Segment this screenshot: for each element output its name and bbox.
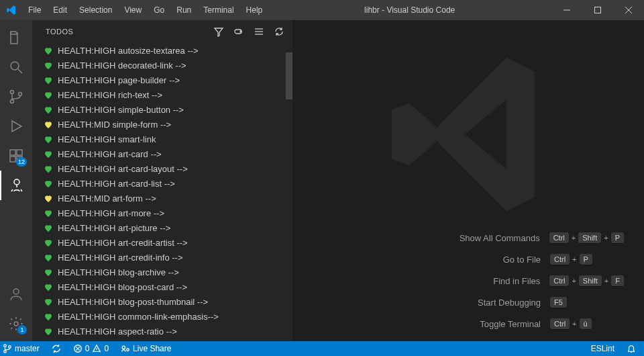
- todo-item[interactable]: HEALTH:HIGH art-card-layout -->: [36, 161, 292, 176]
- key: Shift: [578, 232, 601, 243]
- heart-icon: [43, 252, 54, 263]
- todo-text: HEALTH:HIGH art-card-layout -->: [58, 164, 188, 174]
- todo-text: HEALTH:HIGH art-more -->: [58, 208, 164, 218]
- eslint-label: ESLint: [591, 344, 614, 353]
- refresh-icon[interactable]: [274, 26, 284, 37]
- activity-todo-tree[interactable]: [0, 171, 32, 200]
- todo-text: HEALTH:HIGH smart-link: [58, 134, 156, 144]
- heart-icon: [43, 163, 54, 174]
- todo-item[interactable]: HEALTH:HIGH art-card -->: [36, 146, 292, 161]
- svg-rect-11: [10, 157, 15, 162]
- menu-run[interactable]: Run: [171, 0, 197, 20]
- shortcut-label: Find in Files: [426, 276, 540, 286]
- activity-bar: 12 1: [0, 20, 32, 341]
- todos-sidebar: TODOS HEALTH:HIGH autosize-textarea -->H…: [32, 20, 292, 341]
- todo-text: HEALTH:HIGH common-link-emphasis-->: [58, 312, 219, 322]
- todo-text: HEALTH:HIGH blog-post-card -->: [58, 282, 187, 292]
- todo-item[interactable]: HEALTH:HIGH autosize-textarea -->: [36, 43, 292, 58]
- scrollbar-thumb[interactable]: [286, 52, 292, 99]
- shortcut-keys: Ctrl + Shift + P: [549, 232, 624, 243]
- heart-icon: [43, 326, 54, 337]
- todo-text: HEALTH:MID simple-form -->: [58, 120, 171, 130]
- titlebar: FileEditSelectionViewGoRunTerminalHelp l…: [0, 0, 644, 20]
- menu-terminal[interactable]: Terminal: [198, 0, 239, 20]
- editor-welcome: Show All CommandsCtrl + Shift + PGo to F…: [292, 20, 644, 341]
- todos-list[interactable]: HEALTH:HIGH autosize-textarea -->HEALTH:…: [32, 43, 292, 341]
- heart-icon: [43, 208, 54, 218]
- svg-point-22: [4, 351, 7, 353]
- svg-rect-10: [17, 150, 22, 155]
- heart-icon: [43, 281, 54, 292]
- maximize-button[interactable]: [582, 0, 613, 20]
- todo-item[interactable]: HEALTH:HIGH art-picture -->: [36, 220, 292, 235]
- vscode-watermark-icon: [381, 47, 555, 224]
- todo-item[interactable]: HEALTH:MID art-form -->: [36, 191, 292, 206]
- svg-point-29: [127, 349, 129, 351]
- menu-view[interactable]: View: [119, 0, 147, 20]
- heart-icon: [43, 311, 54, 322]
- todo-text: HEALTH:HIGH art-card -->: [58, 149, 162, 159]
- todo-item[interactable]: HEALTH:HIGH blog-archive -->: [36, 265, 292, 279]
- menu-go[interactable]: Go: [148, 0, 170, 20]
- todo-item[interactable]: HEALTH:HIGH page-builder -->: [36, 73, 292, 87]
- shortcut-row: Find in FilesCtrl + Shift + F: [292, 275, 624, 286]
- activity-search[interactable]: [0, 52, 32, 82]
- todo-item[interactable]: HEALTH:HIGH blog-post-card -->: [36, 279, 292, 294]
- todo-item[interactable]: HEALTH:HIGH aspect-ratio -->: [36, 324, 292, 339]
- menu-edit[interactable]: Edit: [48, 0, 72, 20]
- menu-file[interactable]: File: [23, 0, 46, 20]
- git-branch-status[interactable]: master: [0, 341, 42, 356]
- todo-item[interactable]: HEALTH:HIGH art-more -->: [36, 206, 292, 220]
- activity-source-control[interactable]: [0, 82, 32, 112]
- activity-explorer[interactable]: [0, 23, 32, 52]
- todo-item[interactable]: HEALTH:HIGH art-credit-info -->: [36, 250, 292, 265]
- heart-icon: [43, 104, 54, 115]
- todo-item[interactable]: HEALTH:HIGH common-link-emphasis-->: [36, 309, 292, 324]
- todo-item[interactable]: HEALTH:HIGH simple-button -->: [36, 102, 292, 117]
- heart-icon: [43, 237, 54, 248]
- key: P: [611, 232, 624, 243]
- todo-item[interactable]: HEALTH:HIGH decorated-link -->: [36, 58, 292, 73]
- shortcut-row: Start DebuggingF5: [292, 297, 624, 308]
- status-bar: master 0 0 Live Share ESLint: [0, 341, 644, 356]
- svg-point-13: [14, 179, 19, 185]
- todo-item[interactable]: HEALTH:HIGH blog-post-thumbnail -->: [36, 294, 292, 309]
- filter-icon[interactable]: [213, 26, 224, 37]
- todo-text: HEALTH:HIGH blog-archive -->: [58, 267, 179, 277]
- todo-item[interactable]: HEALTH:HIGH art-credit-artist -->: [36, 235, 292, 250]
- live-share-status[interactable]: Live Share: [118, 341, 174, 356]
- activity-extensions[interactable]: 12: [0, 141, 32, 171]
- activity-settings[interactable]: 1: [0, 309, 32, 339]
- shortcut-label: Go to File: [427, 255, 541, 265]
- activity-badge: 1: [17, 325, 27, 335]
- shortcut-keys: Ctrl + Shift + F: [549, 275, 624, 286]
- problems-status[interactable]: 0 0: [70, 341, 111, 356]
- sync-status[interactable]: [49, 341, 64, 356]
- window-title: lihbr - Visual Studio Code: [268, 5, 551, 15]
- todo-text: HEALTH:HIGH blog-post-thumbnail -->: [58, 297, 208, 307]
- notifications-button[interactable]: [624, 341, 639, 356]
- todo-item[interactable]: HEALTH:MID simple-form -->: [36, 117, 292, 132]
- heart-icon: [43, 222, 54, 233]
- live-share-label: Live Share: [133, 344, 171, 353]
- minimize-button[interactable]: [551, 0, 582, 20]
- heart-icon: [43, 45, 54, 56]
- activity-accounts[interactable]: [0, 279, 32, 309]
- list-icon[interactable]: [254, 26, 264, 37]
- menu-help[interactable]: Help: [241, 0, 268, 20]
- eslint-status[interactable]: ESLint: [588, 341, 617, 356]
- svg-point-7: [11, 100, 14, 103]
- todo-item[interactable]: HEALTH:HIGH rich-text -->: [36, 87, 292, 102]
- close-button[interactable]: [613, 0, 644, 20]
- svg-point-17: [240, 31, 241, 32]
- svg-point-28: [122, 346, 125, 349]
- menu-selection[interactable]: Selection: [74, 0, 117, 20]
- svg-rect-1: [595, 7, 601, 13]
- key: Ctrl: [550, 318, 570, 329]
- activity-run-debug[interactable]: [0, 112, 32, 141]
- todo-text: HEALTH:HIGH rich-text -->: [58, 90, 162, 100]
- todo-item[interactable]: HEALTH:HIGH smart-link: [36, 132, 292, 146]
- key: F: [611, 275, 624, 286]
- tag-icon[interactable]: [233, 26, 244, 37]
- todo-item[interactable]: HEALTH:HIGH art-card-list -->: [36, 176, 292, 191]
